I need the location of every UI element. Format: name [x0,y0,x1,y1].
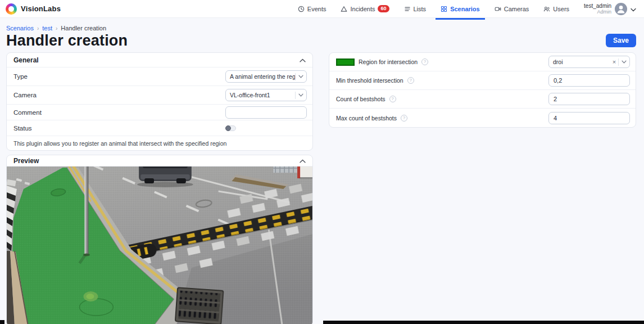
nav-item-users[interactable]: Users [543,0,569,18]
type-select-value: A animal entering the region [226,73,295,80]
nav-item-events[interactable]: Events [298,0,326,18]
general-section-header[interactable]: General [7,53,312,68]
camera-field-row: Camera VL-office-front1 [7,86,312,105]
nav-label: Events [307,6,326,12]
users-icon [543,6,550,12]
user-menu[interactable]: test_admin Admin [584,3,636,15]
breadcrumb-separator: › [56,25,57,32]
breadcrumb: Scenarios › test › Handler creation [0,18,644,32]
chevron-down-icon[interactable] [619,60,629,64]
nav-label: Incidents [350,6,375,12]
info-icon[interactable]: ? [389,96,396,102]
nav-label: Cameras [504,6,529,12]
region-color-swatch [336,58,355,66]
setting-label: Min threshold intersection [336,77,403,84]
chevron-down-icon[interactable] [296,93,306,97]
preview-section-header[interactable]: Preview [7,155,312,166]
nav-label: Lists [414,6,427,12]
setting-label: Region for intersection [359,58,418,65]
nav-label: Scenarios [450,6,480,12]
count-of-bestshots-input[interactable] [548,93,630,105]
breadcrumb-test[interactable]: test [42,25,52,32]
comment-input[interactable] [225,106,307,119]
brand-name: VisionLabs [21,4,61,13]
chevron-down-icon[interactable] [296,75,306,78]
save-button[interactable]: Save [606,34,636,47]
region-for-intersection-row: Region for intersection ? droi × [329,53,636,71]
visionlabs-logo-icon [6,3,17,15]
region-select[interactable]: droi × [548,56,630,68]
chevron-up-icon[interactable] [300,56,306,64]
preview-card: Preview [6,155,313,324]
user-name: test_admin [584,3,611,10]
min-threshold-row: Min threshold intersection ? [329,71,636,90]
clock-icon [298,6,305,12]
status-toggle[interactable] [225,125,236,131]
camera-preview-image [7,166,312,324]
user-role: Admin [584,9,611,15]
avatar[interactable] [615,3,627,15]
info-icon[interactable]: ? [407,77,414,84]
chevron-down-icon[interactable] [631,4,636,14]
clear-icon[interactable]: × [610,59,618,65]
status-field-row: Status [7,120,312,136]
nav-item-incidents[interactable]: Incidents 60 [341,0,389,18]
warning-icon [341,6,347,12]
comment-label: Comment [13,109,42,116]
status-label: Status [13,125,32,132]
main-nav: Events Incidents 60 Lists Scenarios Came… [298,0,569,18]
type-select[interactable]: A animal entering the region [225,70,307,83]
section-title: General [13,56,39,64]
comment-field-row: Comment [7,105,312,120]
type-label: Type [13,73,28,80]
nav-item-lists[interactable]: Lists [404,0,427,18]
breadcrumb-separator: › [37,25,39,32]
nav-item-cameras[interactable]: Cameras [495,0,529,18]
setting-label: Max count of bestshots [336,115,397,122]
plugin-description: This plugin allows you to register an an… [7,136,312,150]
nav-item-scenarios[interactable]: Scenarios [441,0,480,18]
section-title: Preview [13,157,39,165]
bottom-dark-strip-left [0,320,4,324]
incidents-count-badge: 60 [378,5,389,12]
brand[interactable]: VisionLabs [6,3,61,15]
max-count-of-bestshots-row: Max count of bestshots ? [329,109,636,127]
page-title: Handler creation [6,32,128,50]
nav-label: Users [553,6,569,12]
min-threshold-input[interactable] [548,74,630,87]
region-select-value: droi [549,58,610,65]
handler-settings-card: Region for intersection ? droi × Min thr… [329,52,636,128]
chevron-up-icon[interactable] [300,157,306,165]
general-card: General Type A animal entering the regio… [6,52,313,151]
breadcrumb-scenarios[interactable]: Scenarios [6,25,34,32]
top-bar: VisionLabs Events Incidents 60 Lists Sce… [0,0,644,18]
type-field-row: Type A animal entering the region [7,68,312,86]
camera-icon [495,6,501,12]
camera-label: Camera [13,92,37,98]
max-count-of-bestshots-input[interactable] [548,112,630,124]
info-icon[interactable]: ? [421,58,428,65]
breadcrumb-current: Handler creation [61,25,106,32]
grid-icon [441,6,447,12]
info-icon[interactable]: ? [401,115,407,122]
bottom-dark-strip-right [323,321,644,324]
count-of-bestshots-row: Count of bestshots ? [329,90,636,109]
camera-select[interactable]: VL-office-front1 [225,89,307,101]
list-icon [404,6,411,12]
setting-label: Count of bestshots [336,96,386,102]
camera-select-value: VL-office-front1 [226,92,295,98]
